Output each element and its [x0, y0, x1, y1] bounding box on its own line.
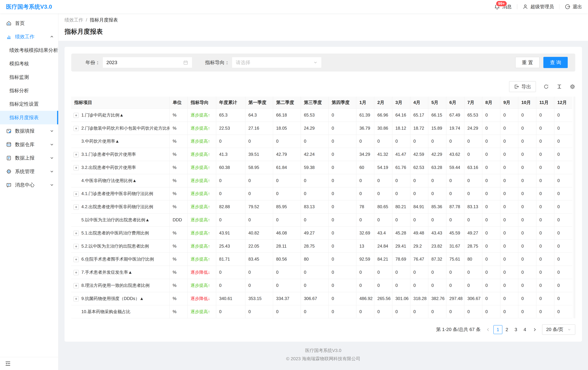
- month-cell: 0: [356, 135, 374, 148]
- page-number-button[interactable]: 1: [494, 325, 502, 334]
- month-cell: 0: [446, 135, 464, 148]
- annual-total-cell: 0: [216, 279, 245, 292]
- month-cell: 0: [554, 148, 572, 161]
- prev-page-button[interactable]: [486, 327, 490, 332]
- sidebar-item-system-management[interactable]: 系统管理: [0, 165, 58, 178]
- quarter-cell: 0: [245, 279, 273, 292]
- quarter-cell: 0: [328, 240, 356, 253]
- month-cell: 84.21: [374, 253, 392, 266]
- expand-row-button[interactable]: +: [74, 191, 79, 197]
- settings-gear-icon[interactable]: [570, 84, 575, 90]
- quarter-cell: 0: [245, 213, 273, 227]
- indicator-cell: +2.门诊散装中药饮片和小包装中药饮片处方比例▲: [71, 122, 169, 135]
- sidebar-item-simulation-result-analysis[interactable]: 绩效考核模拟结果分析: [0, 43, 58, 57]
- notification-badge: 99+: [496, 1, 507, 7]
- sidebar-item-data-warehouse[interactable]: 数据仓库: [0, 138, 58, 151]
- month-cell: 0: [464, 187, 482, 200]
- month-cell: 0: [518, 305, 536, 318]
- page-number-button[interactable]: 2: [502, 325, 511, 334]
- month-cell: 0: [554, 200, 572, 213]
- orientation-select[interactable]: 请选择: [232, 57, 322, 68]
- export-button[interactable]: 导出: [509, 81, 536, 92]
- header-divider: [517, 4, 517, 9]
- sidebar-item-indicator-monthly-report[interactable]: 指标月度报表: [0, 111, 58, 124]
- breadcrumb-parent[interactable]: 绩效工作: [64, 17, 83, 22]
- sidebar-item-indicator-analysis[interactable]: 指标分析: [0, 84, 58, 97]
- orientation-cell: 逐步提高↑: [188, 109, 216, 122]
- clipboard-icon: [6, 155, 12, 161]
- month-cell: 0: [500, 279, 518, 292]
- sidebar: 首页 绩效工作 绩效考核模拟结果分析 模拟考核 指标监测 指标分析: [0, 13, 59, 370]
- month-cell: 30.86: [374, 122, 392, 135]
- month-cell: 15.89: [428, 122, 446, 135]
- month-cell: 45.59: [446, 227, 464, 240]
- expand-row-button[interactable]: +: [74, 270, 79, 275]
- month-cell: 18.72: [410, 122, 428, 135]
- orientation-cell: 逐步提高↑: [188, 148, 216, 161]
- month-cell: 0: [464, 305, 482, 318]
- indicator-cell: 10.基本药物采购金额占比: [71, 305, 169, 318]
- sidebar-item-indicator-qualitative-settings[interactable]: 指标定性设置: [0, 97, 58, 111]
- row-height-icon[interactable]: [556, 84, 562, 90]
- unit-cell: %: [169, 187, 188, 200]
- indicator-cell: +5.2.以中医为主治疗的出院患者比例: [71, 240, 169, 253]
- quarter-cell: 0: [328, 174, 356, 187]
- table-row: +4.2.出院患者使用中医非药物疗法比例%逐步提高↑82.8879.5285.9…: [71, 200, 572, 213]
- quarter-cell: 61.84: [273, 161, 301, 174]
- sidebar-item-mock-assessment[interactable]: 模拟考核: [0, 57, 58, 70]
- indicator-name: 4.2.出院患者使用中医非药物疗法比例: [82, 204, 153, 209]
- column-header: 年度累计: [216, 97, 245, 109]
- sidebar-item-indicator-monitoring[interactable]: 指标监测: [0, 70, 58, 84]
- sidebar-item-data-entry[interactable]: 数据填报: [0, 124, 58, 138]
- month-cell: 0: [356, 266, 374, 279]
- month-cell: 29.2: [410, 240, 428, 253]
- expand-row-button[interactable]: +: [74, 113, 79, 118]
- sidebar-item-message-center[interactable]: 消息中心: [0, 178, 58, 192]
- month-cell: 34.29: [356, 148, 374, 161]
- expand-row-button[interactable]: +: [74, 165, 79, 170]
- export-label: 导出: [521, 83, 531, 90]
- expand-row-button[interactable]: +: [74, 204, 79, 210]
- month-cell: 0: [518, 279, 536, 292]
- month-cell: 0: [536, 122, 554, 135]
- expand-row-button[interactable]: +: [74, 283, 79, 288]
- quarter-cell: 0: [328, 135, 356, 148]
- sidebar-item-performance[interactable]: 绩效工作: [0, 30, 58, 43]
- logout-button[interactable]: 退出: [565, 4, 582, 10]
- page-number-button[interactable]: 3: [511, 325, 520, 334]
- expand-row-button[interactable]: +: [74, 257, 79, 262]
- year-input[interactable]: 2023: [102, 57, 192, 68]
- next-page-button[interactable]: [532, 327, 537, 332]
- quarter-cell: 0: [273, 187, 301, 200]
- table-row: 5.以中医为主治疗的出院患者比例▲DDD逐步提高↑000000000000000…: [71, 213, 572, 227]
- sidebar-item-data-reporting[interactable]: 数据上报: [0, 151, 58, 165]
- search-button[interactable]: 查 询: [543, 57, 568, 68]
- month-cell: 0: [500, 266, 518, 279]
- indicator-name: 5.1.出院患者的中医药治疗费用比例: [82, 230, 149, 235]
- month-cell: 0: [500, 292, 518, 305]
- user-menu[interactable]: 超级管理员: [523, 4, 554, 10]
- collapse-sidebar-icon[interactable]: [5, 361, 11, 367]
- unit-cell: %: [169, 253, 188, 266]
- month-cell: 318.28: [410, 292, 428, 305]
- expand-row-button[interactable]: +: [74, 244, 79, 249]
- column-header: 8月: [482, 97, 500, 109]
- quarter-cell: 83.45: [245, 253, 273, 266]
- refresh-icon[interactable]: [543, 84, 549, 90]
- month-cell: 23.82: [428, 240, 446, 253]
- year-filter-group: 年份： 2023: [85, 57, 192, 68]
- reset-button[interactable]: 重 置: [515, 57, 540, 68]
- expand-row-button[interactable]: +: [74, 152, 79, 157]
- month-cell: 0: [500, 227, 518, 240]
- expand-row-button[interactable]: +: [74, 296, 79, 301]
- sidebar-item-home[interactable]: 首页: [0, 17, 58, 30]
- indicator-cell: 5.以中医为主治疗的出院患者比例▲: [71, 213, 169, 227]
- month-cell: 42.29: [428, 148, 446, 161]
- page-size-select[interactable]: 20 条/页: [542, 324, 575, 335]
- expand-row-button[interactable]: +: [74, 231, 79, 236]
- messages-button[interactable]: 99+ 消息: [494, 4, 512, 10]
- page-number-button[interactable]: 4: [520, 325, 529, 334]
- month-cell: 0: [428, 174, 446, 187]
- expand-row-button[interactable]: +: [74, 126, 79, 131]
- quarter-cell: 46.08: [273, 227, 301, 240]
